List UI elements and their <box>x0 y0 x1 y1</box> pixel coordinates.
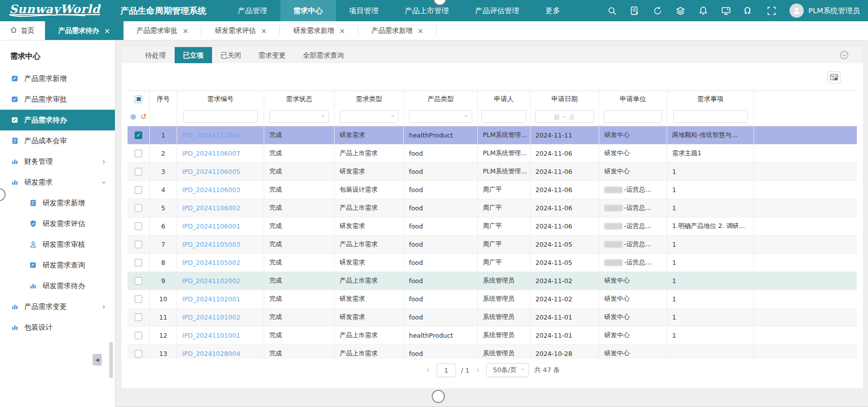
sidebar-item-4[interactable]: 财务管理 <box>0 151 115 172</box>
splitter-handle-bottom[interactable] <box>432 390 445 403</box>
table-row[interactable]: 13IPD_20241028004完成产品上市需求food系统管理员2024-1… <box>128 345 857 359</box>
bell-icon[interactable] <box>698 6 708 16</box>
page-tab-0[interactable]: 产品需求待办× <box>45 21 123 40</box>
filter-select-col-5[interactable] <box>409 110 472 123</box>
sidebar-item-5[interactable]: 研发需求 <box>0 172 115 193</box>
logo[interactable]: SunwayWorld <box>9 3 100 18</box>
clear-selection-icon[interactable]: ⊗ <box>130 112 137 121</box>
page-tab-1[interactable]: 产品需求审批× <box>123 21 202 40</box>
chevron-right-icon[interactable] <box>101 304 107 310</box>
status-tab-4[interactable]: 全部需求查询 <box>295 47 353 63</box>
status-tab-3[interactable]: 需求变更 <box>250 47 295 63</box>
page-tab-2[interactable]: 研发需求评估× <box>201 21 280 40</box>
tab-home[interactable]: 首页 <box>0 21 45 40</box>
table-settings-button[interactable] <box>828 71 841 83</box>
nav-item-0[interactable]: 产品管理 <box>225 0 280 21</box>
horizontal-splitter[interactable] <box>115 388 868 407</box>
filter-select-col-4[interactable] <box>340 110 399 123</box>
sidebar-item-0[interactable]: 产品需求新增 <box>0 68 115 89</box>
row-checkbox[interactable] <box>135 277 142 285</box>
filter-date-range-input[interactable] <box>535 110 594 123</box>
refresh-icon[interactable] <box>653 6 663 16</box>
status-tab-2[interactable]: 已关闭 <box>212 47 250 63</box>
chevron-right-icon[interactable] <box>101 159 107 165</box>
table-row[interactable]: 9IPD_20241102002完成产品上市需求food系统管理员2024-11… <box>128 272 857 290</box>
row-checkbox[interactable] <box>135 168 142 175</box>
close-icon[interactable]: × <box>183 27 189 34</box>
table-row[interactable]: 4IPD_20241106003完成包装设计需求food周广平2024-11-0… <box>128 181 857 199</box>
sidebar-item-2[interactable]: 产品需求待办 <box>0 110 115 130</box>
req-id-link[interactable]: IPD_20241105002 <box>182 259 240 266</box>
row-checkbox[interactable] <box>135 350 142 357</box>
nav-item-5[interactable]: 更多 <box>532 0 573 21</box>
page-tab-3[interactable]: 研发需求新增× <box>280 21 358 40</box>
req-id-link[interactable]: IPD_20241101001 <box>182 332 240 339</box>
layers-icon[interactable] <box>676 6 685 16</box>
status-tab-0[interactable]: 待处理 <box>137 47 175 63</box>
row-checkbox[interactable] <box>135 204 142 212</box>
row-checkbox[interactable] <box>135 241 142 248</box>
table-row[interactable]: 2IPD_20241106007完成产品上市需求foodPLM系统管理...20… <box>128 145 857 163</box>
chevron-down-icon[interactable] <box>101 179 107 186</box>
nav-item-1[interactable]: 需求中心 <box>280 0 336 21</box>
req-id-link[interactable]: IPD_20241106005 <box>182 168 240 175</box>
reset-filters-icon[interactable]: ↺ <box>141 112 147 121</box>
req-id-link[interactable]: IPD_20241028004 <box>182 350 240 357</box>
filter-input-col-2[interactable] <box>183 110 258 123</box>
req-id-link[interactable]: IPD_20241106001 <box>182 222 240 230</box>
table-row[interactable]: 10IPD_20241102001完成研发需求food系统管理员2024-11-… <box>128 290 857 308</box>
form-icon[interactable] <box>630 6 640 16</box>
req-id-link[interactable]: IPD_20241111001 <box>182 131 240 139</box>
table-row[interactable]: 8IPD_20241105002完成研发需求food周广平2024-11-05-… <box>128 254 857 272</box>
page-number-input[interactable]: 1 <box>437 364 456 377</box>
status-tab-1[interactable]: 已立项 <box>175 47 213 63</box>
sidebar-scrollbar-thumb[interactable] <box>109 342 113 378</box>
table-row[interactable]: 5IPD_20241106002完成产品上市需求food周广平2024-11-0… <box>128 199 857 217</box>
sidebar-item-11[interactable]: 产品需求变更 <box>0 296 115 317</box>
row-checkbox[interactable] <box>135 222 142 230</box>
row-checkbox[interactable] <box>135 259 142 266</box>
sidebar-item-6[interactable]: 研发需求新增 <box>0 193 115 213</box>
filter-input-col-9[interactable] <box>673 110 748 123</box>
nav-item-2[interactable]: 项目管理 <box>336 0 392 21</box>
prev-page-button[interactable]: ‹ <box>425 366 432 375</box>
req-id-link[interactable]: IPD_20241101002 <box>182 313 240 321</box>
row-checkbox[interactable] <box>135 332 142 339</box>
filter-input-col-6[interactable] <box>481 110 526 123</box>
close-icon[interactable]: × <box>339 27 345 34</box>
sidebar-item-10[interactable]: 研发需求待办 <box>0 276 115 296</box>
screen-edit-icon[interactable] <box>721 6 731 16</box>
nav-item-3[interactable]: 产品上市管理 <box>392 0 462 21</box>
page-tab-4[interactable]: 产品需求新增× <box>358 21 437 40</box>
filter-select-col-3[interactable] <box>269 110 329 123</box>
sidebar-collapse-button[interactable]: ◀ <box>93 354 102 366</box>
row-checkbox[interactable] <box>135 313 142 321</box>
sidebar-item-8[interactable]: 研发需求审核 <box>0 234 115 255</box>
row-checkbox[interactable] <box>135 295 142 303</box>
page-size-select[interactable]: 50条/页 <box>486 363 529 377</box>
table-row[interactable]: 11IPD_20241101002完成研发需求food系统管理员2024-11-… <box>128 308 857 327</box>
sidebar-item-9[interactable]: 研发需求查询 <box>0 255 115 276</box>
collapse-panel-icon[interactable] <box>840 51 849 60</box>
table-row[interactable]: 6IPD_20241106001完成研发需求food周广平2024-11-06-… <box>128 217 857 236</box>
req-id-link[interactable]: IPD_20241102002 <box>182 277 240 285</box>
req-id-link[interactable]: IPD_20241105003 <box>182 241 240 248</box>
next-page-button[interactable]: › <box>474 366 481 375</box>
nav-item-4[interactable]: 产品评估管理 <box>462 0 532 21</box>
close-icon[interactable]: × <box>418 27 424 34</box>
select-all-checkbox[interactable] <box>135 96 142 103</box>
table-row[interactable]: 7IPD_20241105003完成产品上市需求food周广平2024-11-0… <box>128 236 857 254</box>
sidebar-item-3[interactable]: 产品成本会审 <box>0 130 115 151</box>
close-icon[interactable]: × <box>104 27 110 34</box>
table-row[interactable]: 3IPD_20241106005完成研发需求foodPLM系统管理...2024… <box>128 163 857 181</box>
close-icon[interactable]: × <box>261 27 267 34</box>
row-checkbox[interactable] <box>135 150 142 157</box>
sidebar-item-1[interactable]: 产品需求审批 <box>0 89 115 110</box>
row-checkbox[interactable] <box>135 186 142 194</box>
req-id-link[interactable]: IPD_20241102001 <box>182 295 240 303</box>
row-checkbox[interactable]: ✓ <box>135 131 142 139</box>
fullscreen-icon[interactable] <box>767 6 776 16</box>
table-row[interactable]: ✓1IPD_20241111001完成研发需求healthProductPLM系… <box>128 126 857 145</box>
omega-icon[interactable]: Ω <box>744 6 754 16</box>
req-id-link[interactable]: IPD_20241106007 <box>182 150 240 157</box>
